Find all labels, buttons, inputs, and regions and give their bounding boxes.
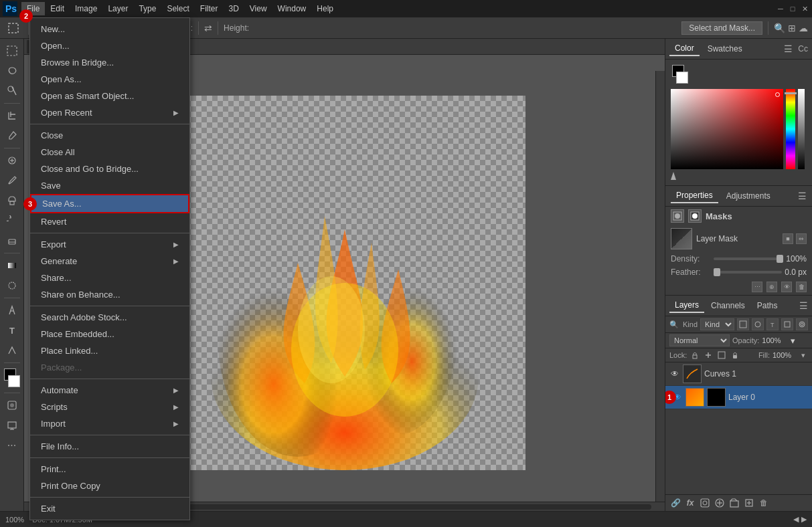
tool-color-box[interactable] xyxy=(3,368,21,387)
close-button[interactable]: ✕ xyxy=(800,4,809,13)
layer-btn-adjust[interactable] xyxy=(752,318,764,330)
tool-stamp[interactable] xyxy=(3,191,21,210)
alpha-slider[interactable] xyxy=(798,89,805,169)
tool-marquee[interactable] xyxy=(3,41,21,60)
menu-select[interactable]: Select xyxy=(161,2,194,15)
prop-icon-3[interactable]: 👁 xyxy=(781,282,792,292)
tab-color[interactable]: Color xyxy=(669,41,700,56)
link-layers-icon[interactable]: 🔗 xyxy=(669,497,681,509)
menu-item-share[interactable]: Share... xyxy=(30,270,189,286)
menu-item-place-linked[interactable]: Place Linked... xyxy=(30,342,189,359)
tab-channels[interactable]: Channels xyxy=(706,299,750,312)
menu-item-print[interactable]: Print... xyxy=(30,461,189,478)
menu-item-close-all[interactable]: Close All xyxy=(30,144,189,161)
menu-item-save[interactable]: Save xyxy=(30,177,189,194)
menu-item-automate[interactable]: Automate ▶ xyxy=(30,382,189,399)
menu-edit[interactable]: Edit xyxy=(45,2,70,15)
tool-path[interactable] xyxy=(3,341,21,360)
feather-slider[interactable] xyxy=(714,271,782,274)
menu-help[interactable]: Help xyxy=(311,2,339,15)
tool-text[interactable]: T xyxy=(3,321,21,340)
menu-item-open-recent[interactable]: Open Recent ▶ xyxy=(30,104,189,121)
opacity-arrow[interactable]: ▾ xyxy=(788,336,797,345)
mask-icon-2[interactable]: ⇔ xyxy=(796,233,807,244)
tab-layers[interactable]: Layers xyxy=(669,298,704,313)
menu-item-close-bridge[interactable]: Close and Go to Bridge... xyxy=(30,161,189,177)
menu-item-scripts[interactable]: Scripts ▶ xyxy=(30,399,189,415)
menu-item-save-as[interactable]: Save As... 3 xyxy=(30,194,189,213)
props-menu-icon[interactable]: ☰ xyxy=(798,191,807,201)
tab-properties[interactable]: Properties xyxy=(671,189,718,203)
nav-prev[interactable]: ◀ xyxy=(793,515,799,524)
prop-icon-2[interactable]: ⊕ xyxy=(766,282,777,292)
menu-item-generate[interactable]: Generate ▶ xyxy=(30,253,189,270)
maximize-button[interactable]: □ xyxy=(788,4,797,13)
layer-item-0[interactable]: 1 👁 Layer 0 xyxy=(665,386,812,409)
tool-crop[interactable] xyxy=(3,106,21,125)
menu-item-adobe-stock[interactable]: Search Adobe Stock... xyxy=(30,309,189,326)
menu-item-revert[interactable]: Revert xyxy=(30,213,189,230)
menu-item-browse-bridge[interactable]: Browse in Bridge... xyxy=(30,54,189,71)
vertical-scrollbar[interactable] xyxy=(655,71,665,502)
menu-item-export[interactable]: Export ▶ xyxy=(30,236,189,253)
menu-item-new[interactable]: New... xyxy=(30,21,189,37)
layer-btn-shape[interactable] xyxy=(781,318,793,330)
menu-item-open[interactable]: Open... xyxy=(30,37,189,54)
menu-item-share-behance[interactable]: Share on Behance... xyxy=(30,286,189,303)
tool-lasso[interactable] xyxy=(3,62,21,80)
minimize-button[interactable]: ─ xyxy=(776,4,785,13)
color-boxes[interactable] xyxy=(671,65,689,84)
fx-icon[interactable]: fx xyxy=(684,497,696,509)
menu-layer[interactable]: Layer xyxy=(102,2,133,15)
lock-all-icon[interactable] xyxy=(730,350,740,360)
layer-btn-smart[interactable] xyxy=(796,318,808,330)
bg-color[interactable] xyxy=(8,375,20,387)
bg-color-swatch[interactable] xyxy=(676,72,688,84)
tool-blur[interactable] xyxy=(3,276,21,295)
tool-heal[interactable] xyxy=(3,151,21,170)
layers-menu-icon[interactable]: ☰ xyxy=(799,300,808,311)
tool-brush[interactable] xyxy=(3,171,21,190)
menu-image[interactable]: Image xyxy=(70,2,102,15)
layer-btn-pixel[interactable] xyxy=(737,318,749,330)
menu-item-close[interactable]: Close xyxy=(30,127,189,144)
cloud-icon[interactable]: ☁ xyxy=(799,23,808,33)
fill-arrow[interactable]: ▾ xyxy=(799,350,808,360)
add-layer-icon[interactable] xyxy=(743,497,755,509)
add-adjustment-icon[interactable] xyxy=(714,497,726,509)
tool-eyedropper[interactable] xyxy=(3,126,21,145)
tool-history[interactable] xyxy=(3,211,21,230)
menu-filter[interactable]: Filter xyxy=(195,2,224,15)
tab-paths[interactable]: Paths xyxy=(752,299,783,312)
menu-item-open-as[interactable]: Open As... xyxy=(30,71,189,88)
tool-gradient[interactable] xyxy=(3,256,21,275)
select-mask-button[interactable]: Select and Mask... xyxy=(681,21,762,35)
swap-icon[interactable]: ⇄ xyxy=(204,23,212,33)
layer-item-curves[interactable]: 👁 Curves 1 xyxy=(665,362,812,386)
menu-window[interactable]: Window xyxy=(272,2,312,15)
color-gradient[interactable] xyxy=(671,89,783,169)
delete-layer-icon[interactable]: 🗑 xyxy=(758,497,770,509)
add-mask-icon[interactable] xyxy=(699,497,711,509)
menu-view[interactable]: View xyxy=(244,2,272,15)
prop-icon-1[interactable]: ⋯ xyxy=(752,282,762,292)
lock-artboard-icon[interactable] xyxy=(716,350,727,360)
menu-item-place-embedded[interactable]: Place Embedded... xyxy=(30,326,189,342)
tool-quick-mask[interactable] xyxy=(3,396,21,415)
add-group-icon[interactable] xyxy=(728,497,740,509)
layout-icon[interactable]: ⊞ xyxy=(788,23,796,33)
layer-btn-type[interactable]: T xyxy=(766,318,779,330)
lock-pixels-icon[interactable] xyxy=(689,350,700,360)
blend-mode-select[interactable]: Normal xyxy=(669,334,730,346)
menu-item-import[interactable]: Import ▶ xyxy=(30,415,189,432)
mask-icon-1[interactable]: ■ xyxy=(783,233,793,244)
menu-item-print-one[interactable]: Print One Copy xyxy=(30,478,189,494)
tab-swatches[interactable]: Swatches xyxy=(702,42,748,56)
cc-button[interactable]: Cc xyxy=(798,44,808,54)
pixel-mask-icon[interactable] xyxy=(671,209,684,223)
vector-mask-icon[interactable] xyxy=(688,209,702,223)
tool-eraser[interactable] xyxy=(3,231,21,250)
color-panel-menu-icon[interactable]: ☰ xyxy=(784,43,793,54)
layer-vis-curves[interactable]: 👁 xyxy=(669,368,680,379)
toolbar-select-icon[interactable] xyxy=(4,19,23,37)
